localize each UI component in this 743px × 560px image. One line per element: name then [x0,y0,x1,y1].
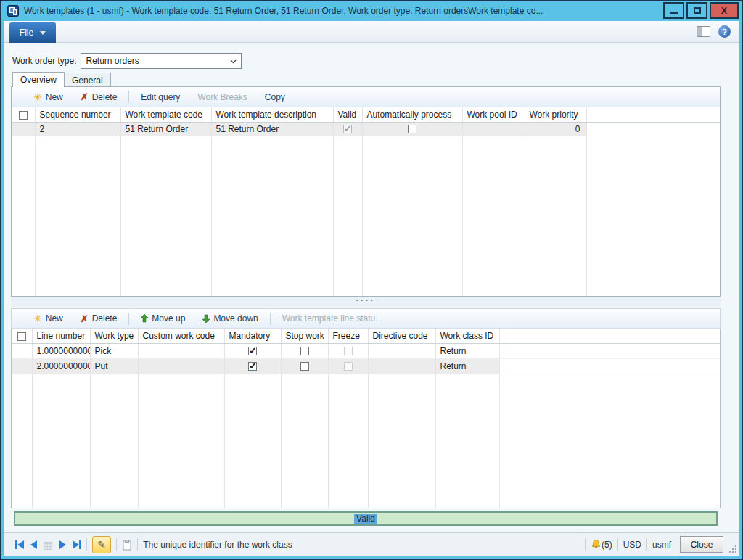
templates-panel: ✳ New ✗ Delete Edit query Work Breaks Co… [11,86,721,297]
maximize-button[interactable] [686,2,707,19]
col-work-priority[interactable]: Work priority [525,107,586,122]
filler-cell [586,136,720,296]
grid-splitter[interactable]: ···· [11,297,721,307]
minimize-button[interactable] [663,2,684,19]
cell-directive-code[interactable] [368,358,435,374]
cell-work-class-id[interactable]: Return [435,358,499,374]
toolbar-separator [128,313,129,325]
col-work-template-description[interactable]: Work template description [211,107,333,122]
col-work-type[interactable]: Work type [90,329,138,343]
col-work-class-id[interactable]: Work class ID [435,329,499,343]
first-record-button[interactable] [15,540,24,549]
freeze-checkbox [344,362,353,371]
previous-record-button[interactable] [30,540,37,549]
cell-valid [333,122,362,136]
cell-mandatory[interactable] [224,358,281,374]
layout-pane-icon[interactable] [697,26,710,37]
col-valid[interactable]: Valid [333,107,362,122]
work-order-type-label: Work order type: [12,56,76,66]
delete-button[interactable]: ✗ Delete [72,92,126,102]
col-work-pool-id[interactable]: Work pool ID [462,107,525,122]
stop-work-checkbox[interactable] [300,362,309,371]
cell-stop-work[interactable] [281,358,328,374]
cell-automatically-process[interactable] [362,122,462,136]
cell-work-type[interactable]: Pick [90,343,138,358]
last-record-button[interactable] [73,540,81,549]
cell-work-template-description[interactable]: 51 Return Order [211,122,333,136]
col-work-template-code[interactable]: Work template code [120,107,211,122]
col-directive-code[interactable]: Directive code [368,329,435,343]
new-button[interactable]: ✳ New [25,92,72,102]
col-stop-work[interactable]: Stop work [281,329,328,343]
cell-sequence-number[interactable]: 2 [35,122,120,136]
app-icon [7,5,19,17]
delete-label: Delete [92,92,118,102]
file-menu-button[interactable]: File [9,22,56,43]
cell-work-priority[interactable]: 0 [525,122,586,136]
clipboard-icon [122,539,132,551]
status-bar: ▦ ✎ The unique identifier for the work c… [4,532,739,556]
cell-work-pool-id[interactable] [462,122,525,136]
edit-mode-button[interactable]: ✎ [92,536,111,553]
checkbox-icon [19,111,28,120]
pencil-icon: ✎ [97,539,106,551]
close-window-button[interactable]: X [710,2,739,19]
tab-overview[interactable]: Overview [12,72,65,87]
col-automatically-process[interactable]: Automatically process [362,107,462,122]
chevron-down-icon [40,31,46,35]
stop-work-checkbox[interactable] [300,347,309,355]
freeze-checkbox [344,347,353,355]
cell-line-number[interactable]: 1.0000000000 [32,343,90,358]
lines-toolbar: ✳ New ✗ Delete Move up Move down [11,308,721,329]
close-button[interactable]: Close [680,536,723,553]
move-up-button[interactable]: Move up [132,313,194,324]
cell-custom-work-code[interactable] [138,343,224,358]
cell-work-template-code[interactable]: 51 Return Order [120,122,211,136]
help-icon[interactable]: ? [718,25,731,38]
work-order-type-select[interactable]: Return orders [81,53,242,69]
edit-query-button[interactable]: Edit query [132,92,189,102]
select-all-checkbox[interactable] [12,329,32,343]
mandatory-checkbox[interactable] [248,347,257,355]
next-record-button[interactable] [59,540,66,549]
notifications-bell-icon[interactable] [591,539,602,550]
col-freeze[interactable]: Freeze [328,329,368,343]
row-marker[interactable] [12,122,35,136]
automatically-process-checkbox[interactable] [408,125,416,133]
cell-stop-work[interactable] [281,343,328,358]
cell-line-number[interactable]: 2.0000000000 [32,358,90,374]
validation-value[interactable]: Valid [354,514,377,524]
select-all-checkbox[interactable] [12,107,35,122]
line-row[interactable]: 1.0000000000 Pick Return [12,343,720,358]
cell-directive-code[interactable] [368,343,435,358]
title-bar: Work templates (1 - usmf) - Work templat… [1,1,742,21]
template-row[interactable]: 2 51 Return Order 51 Return Order 0 [12,122,720,136]
cell-custom-work-code[interactable] [138,358,224,374]
line-row[interactable]: 2.0000000000 Put Return [12,358,720,374]
cell-work-type[interactable]: Put [90,358,138,374]
cell-mandatory[interactable] [224,343,281,358]
move-down-button[interactable]: Move down [194,313,266,324]
col-mandatory[interactable]: Mandatory [224,329,281,343]
templates-toolbar: ✳ New ✗ Delete Edit query Work Breaks Co… [12,87,720,107]
new-line-button[interactable]: ✳ New [25,313,72,324]
col-custom-work-code[interactable]: Custom work code [138,329,224,343]
currency-indicator[interactable]: USD [623,540,641,550]
tab-strip: Overview General [12,72,111,87]
mandatory-checkbox[interactable] [248,362,257,371]
row-marker[interactable] [12,343,32,358]
filler-cell [333,136,362,296]
cell-freeze [328,343,368,358]
col-line-number[interactable]: Line number [32,329,90,343]
toolbar-separator [270,313,271,325]
row-marker[interactable] [12,358,32,374]
copy-button[interactable]: Copy [256,92,294,102]
tab-general[interactable]: General [65,73,111,87]
delete-line-button[interactable]: ✗ Delete [72,313,126,324]
company-indicator[interactable]: usmf [652,540,671,550]
resize-grip[interactable] [728,545,737,553]
col-sequence-number[interactable]: Sequence number [35,107,120,122]
cell-work-class-id[interactable]: Return [435,343,499,358]
new-label: New [46,313,63,324]
notification-count[interactable]: (5) [602,540,612,550]
